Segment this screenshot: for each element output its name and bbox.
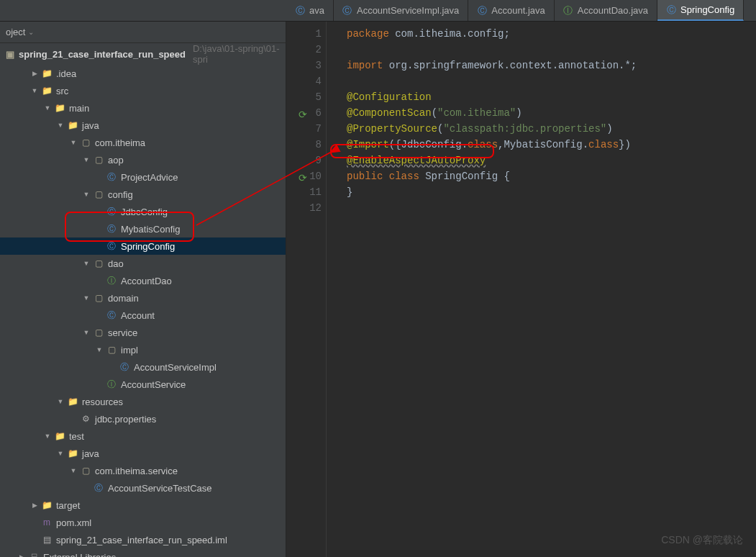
- editor-tab[interactable]: ⒸAccount.java: [468, 0, 554, 21]
- tree-item-label: spring_21_case_interface_run_speed.iml: [56, 535, 227, 545]
- tree-item-label: resources: [82, 397, 123, 407]
- code-area[interactable]: package com.itheima.config;import org.sp…: [327, 22, 637, 557]
- expand-arrow-icon[interactable]: [29, 502, 40, 509]
- expand-arrow-icon[interactable]: [68, 467, 79, 474]
- expand-arrow-icon[interactable]: [81, 191, 92, 198]
- expand-arrow-icon[interactable]: [81, 156, 92, 163]
- tree-item[interactable]: ▢dao: [0, 255, 286, 272]
- code-line[interactable]: @EnableAspectJAutoProxy: [347, 153, 637, 168]
- code-line[interactable]: }: [347, 184, 637, 200]
- recycle-icon[interactable]: ⟳: [297, 107, 307, 117]
- folder-icon: 📁: [53, 101, 66, 114]
- folder-icon: 📁: [66, 119, 79, 132]
- tree-item-label: .idea: [56, 68, 76, 79]
- tree-item[interactable]: ⒸAccount: [0, 307, 286, 324]
- tree-item-label: java: [82, 448, 99, 459]
- expand-arrow-icon[interactable]: [42, 433, 53, 440]
- class-icon: Ⓒ: [105, 240, 118, 253]
- tree-item[interactable]: ⒾAccountService: [0, 376, 286, 393]
- expand-arrow-icon[interactable]: [55, 398, 66, 405]
- tree-item[interactable]: ⒸProjectAdvice: [0, 168, 286, 186]
- tree-item[interactable]: ▢com.itheima: [0, 134, 286, 151]
- package-icon: ▢: [92, 257, 105, 270]
- code-line[interactable]: [347, 73, 637, 89]
- class-icon: Ⓒ: [295, 6, 305, 16]
- editor-tab[interactable]: ⒸAccountServiceImpl.java: [334, 0, 468, 21]
- tree-item-label: main: [69, 103, 89, 114]
- tree-item-label: com.itheima.service: [95, 466, 178, 476]
- tree-item-label: jdbc.properties: [95, 414, 156, 425]
- tree-item[interactable]: ⒸAccountServiceImpl: [0, 358, 286, 376]
- code-line[interactable]: [347, 200, 637, 216]
- expand-arrow-icon[interactable]: [68, 139, 79, 146]
- code-line[interactable]: @ComponentScan("com.itheima"): [347, 105, 637, 121]
- editor-tab[interactable]: ⒾAccountDao.java: [555, 0, 657, 21]
- chevron-down-icon: ⌄: [28, 28, 34, 36]
- expand-arrow-icon[interactable]: [16, 553, 27, 557]
- expand-arrow-icon[interactable]: [29, 70, 40, 77]
- tree-item-label: dao: [108, 258, 124, 269]
- expand-arrow-icon[interactable]: [81, 294, 92, 302]
- class-icon: Ⓒ: [118, 361, 131, 373]
- expand-arrow-icon[interactable]: [29, 87, 40, 94]
- tree-item-label: domain: [108, 293, 139, 304]
- editor-tab[interactable]: ⒸSpringConfig: [657, 0, 744, 21]
- line-number: 3: [286, 58, 322, 73]
- expand-arrow-icon[interactable]: [55, 122, 66, 129]
- tree-item[interactable]: 📁test: [0, 427, 286, 445]
- tree-item[interactable]: ▢domain: [0, 289, 286, 307]
- tree-item[interactable]: ⒸSpringConfig: [0, 237, 286, 255]
- tab-label: Account.java: [491, 5, 545, 16]
- tree-item[interactable]: ⌸External Libraries: [0, 548, 286, 557]
- expand-arrow-icon[interactable]: [94, 346, 105, 353]
- tree-item[interactable]: ▢aop: [0, 151, 286, 168]
- tree-item[interactable]: ⚙jdbc.properties: [0, 410, 286, 427]
- tree-item-label: impl: [121, 345, 138, 356]
- code-line[interactable]: @Import({JdbcConfig.class,MybatisConfig.…: [347, 137, 637, 153]
- tree-item-label: aop: [108, 155, 124, 166]
- editor-tab[interactable]: Ⓒava: [286, 0, 334, 21]
- class-icon: Ⓒ: [105, 171, 118, 184]
- code-editor[interactable]: 123456⟳78910⟳1112 package com.itheima.co…: [286, 22, 756, 557]
- folder-icon: 📁: [40, 67, 53, 80]
- line-number: 8: [286, 137, 322, 153]
- code-line[interactable]: [347, 42, 637, 58]
- tree-item[interactable]: 📁.idea: [0, 65, 286, 82]
- tree-item[interactable]: 📁resources: [0, 393, 286, 410]
- tree-item[interactable]: ▢impl: [0, 341, 286, 358]
- class-icon: Ⓒ: [666, 5, 676, 15]
- line-number: 4: [286, 73, 322, 89]
- tree-item[interactable]: 📁java: [0, 117, 286, 134]
- expand-arrow-icon[interactable]: [81, 329, 92, 336]
- package-icon: ▢: [92, 188, 105, 201]
- tree-item[interactable]: ⒸMybatisConfig: [0, 220, 286, 237]
- project-root[interactable]: ▣ spring_21_case_interface_run_speed D:\…: [0, 43, 286, 65]
- expand-arrow-icon[interactable]: [55, 450, 66, 457]
- tree-item[interactable]: 📁main: [0, 99, 286, 117]
- tool-window-header[interactable]: oject ⌄: [0, 22, 286, 43]
- tree-item[interactable]: ▢service: [0, 324, 286, 341]
- tree-item[interactable]: ⒾAccountDao: [0, 272, 286, 289]
- line-number: 9: [286, 153, 322, 168]
- expand-arrow-icon[interactable]: [81, 260, 92, 267]
- tree-item[interactable]: 📁target: [0, 497, 286, 514]
- tree-item[interactable]: mpom.xml: [0, 514, 286, 531]
- tree-item[interactable]: 📁src: [0, 82, 286, 99]
- recycle-icon[interactable]: ⟳: [297, 171, 307, 181]
- folder-icon: 📁: [66, 447, 79, 460]
- tree-item[interactable]: ⒸJdbcConfig: [0, 203, 286, 220]
- project-tool-window: oject ⌄ ▣ spring_21_case_interface_run_s…: [0, 22, 286, 557]
- expand-arrow-icon[interactable]: [42, 104, 53, 112]
- tree-item[interactable]: ▢com.itheima.service: [0, 462, 286, 479]
- tree-item[interactable]: ▤spring_21_case_interface_run_speed.iml: [0, 531, 286, 548]
- code-line[interactable]: import org.springframework.context.annot…: [347, 58, 637, 73]
- interface-icon: Ⓘ: [563, 6, 573, 16]
- tree-item[interactable]: ▢config: [0, 186, 286, 203]
- code-line[interactable]: package com.itheima.config;: [347, 26, 637, 42]
- code-line[interactable]: @Configuration: [347, 89, 637, 105]
- code-line[interactable]: public class SpringConfig {: [347, 168, 637, 184]
- tool-window-title: oject: [6, 27, 25, 37]
- tree-item[interactable]: ⒸAccountServiceTestCase: [0, 479, 286, 497]
- code-line[interactable]: @PropertySource("classpath:jdbc.properti…: [347, 121, 637, 137]
- tree-item[interactable]: 📁java: [0, 445, 286, 462]
